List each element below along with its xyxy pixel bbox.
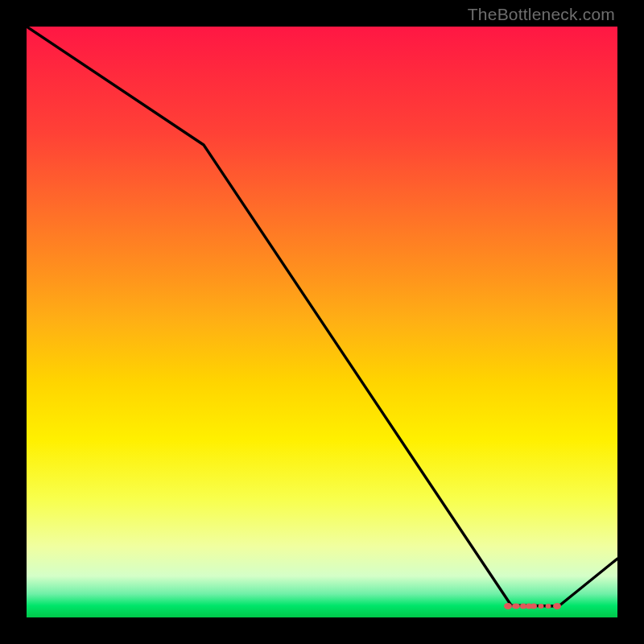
attribution-label: TheBottleneck.com (468, 5, 615, 24)
svg-point-1 (512, 604, 520, 609)
chart-svg (27, 27, 617, 617)
svg-point-0 (504, 603, 512, 609)
svg-point-7 (553, 603, 561, 609)
plot-area (27, 27, 617, 617)
svg-point-5 (539, 604, 544, 609)
chart-line-group (27, 27, 617, 606)
bottleneck-curve (27, 27, 617, 606)
svg-point-4 (530, 604, 537, 609)
chart-frame: TheBottleneck.com (0, 0, 644, 644)
svg-point-6 (546, 604, 551, 609)
svg-point-2 (520, 604, 526, 609)
